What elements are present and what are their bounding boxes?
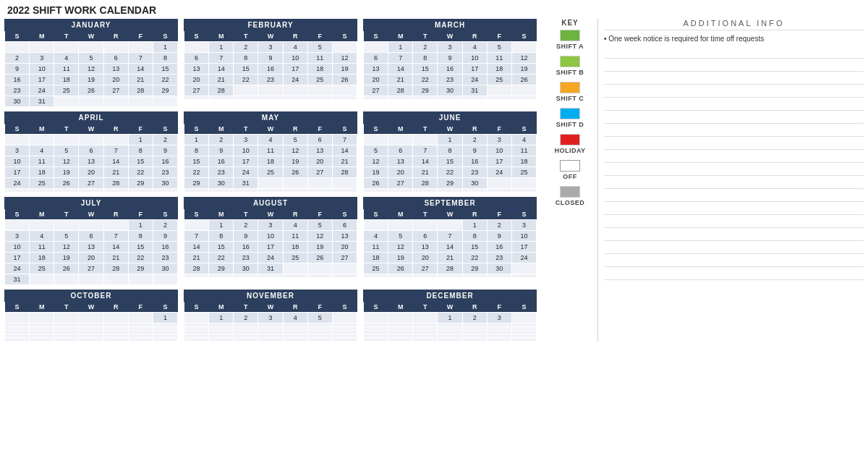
calendar-day: 4: [364, 231, 388, 242]
calendar-day: [79, 220, 103, 231]
key-item: SHIFT C: [542, 82, 597, 102]
calendar-day: [364, 42, 388, 53]
calendar-day: 30: [209, 178, 234, 189]
calendar-day: [153, 96, 177, 107]
day-of-week-header: T: [413, 31, 438, 42]
calendar-table: SMTWRFS12345: [184, 302, 357, 342]
calendar-day: 4: [462, 42, 487, 53]
calendar-day: 25: [258, 167, 283, 178]
calendar-day: 24: [462, 75, 487, 85]
day-of-week-header: T: [54, 209, 79, 220]
day-of-week-header: M: [30, 209, 54, 220]
calendar-day: 16: [462, 156, 487, 167]
info-line: [604, 46, 864, 59]
key-label: SHIFT C: [556, 95, 584, 102]
calendar-header: SEPTEMBER: [363, 197, 537, 209]
calendar-day: 6: [79, 231, 103, 242]
calendar-day: [332, 178, 357, 189]
calendar-day: 29: [209, 263, 234, 274]
calendar-day: 28: [413, 178, 438, 189]
calendar-day: 14: [413, 156, 438, 167]
day-of-week-header: S: [153, 302, 177, 313]
calendar-day: 24: [283, 75, 307, 85]
calendar-day: 27: [307, 167, 332, 178]
calendar-day: 6: [103, 53, 128, 64]
calendar-day: 7: [103, 231, 128, 242]
calendar-day: 25: [30, 263, 54, 274]
key-label: SHIFT A: [556, 43, 584, 50]
calendar-day: 26: [283, 167, 307, 178]
calendar-day: [30, 274, 54, 285]
calendar-day: 11: [307, 53, 332, 64]
day-of-week-header: T: [234, 31, 258, 42]
calendar-day: [234, 274, 258, 278]
calendar-day: 13: [388, 156, 413, 167]
calendar-day: [209, 189, 234, 193]
calendar-day: 16: [258, 64, 283, 75]
day-of-week-header: R: [103, 31, 128, 42]
calendar-day: 3: [234, 135, 258, 145]
key-label: SHIFT B: [556, 69, 584, 76]
key-title: KEY: [542, 19, 597, 27]
calendar-day: 27: [364, 85, 388, 96]
calendar-day: 18: [307, 64, 332, 75]
calendar-june: JUNESMTWRFS12345678910111213141516171819…: [363, 111, 537, 193]
calendar-day: [487, 96, 511, 100]
key-section: KEY SHIFT ASHIFT BSHIFT CSHIFT DHOLIDAYO…: [540, 19, 597, 342]
calendar-day: 24: [487, 167, 511, 178]
day-of-week-header: S: [332, 31, 357, 42]
calendar-day: [413, 220, 438, 231]
calendar-day: [364, 189, 388, 193]
calendar-table: SMTWRFS123456789101112131415161718192021…: [184, 209, 357, 278]
calendar-table: SMTWRFS123456789101112131415161718192021…: [184, 31, 357, 100]
day-of-week-header: T: [413, 302, 438, 313]
calendar-day: 5: [79, 53, 103, 64]
calendar-table: SMTWRFS123456789101112131415161718192021…: [4, 31, 178, 107]
calendar-july: JULYSMTWRFS12345678910111213141516171819…: [4, 197, 178, 285]
calendar-day: [511, 96, 536, 100]
calendar-day: 7: [128, 53, 153, 64]
calendar-day: 6: [79, 145, 103, 156]
calendar-day: [5, 313, 30, 324]
calendar-day: [5, 189, 30, 193]
calendar-day: 22: [128, 167, 153, 178]
calendar-day: [184, 42, 209, 53]
calendar-day: [209, 338, 234, 342]
calendar-day: [184, 189, 209, 193]
day-of-week-header: R: [462, 209, 487, 220]
calendar-day: [5, 220, 30, 231]
calendar-day: 10: [5, 156, 30, 167]
calendar-day: 19: [79, 75, 103, 85]
calendar-day: [413, 96, 438, 100]
calendar-day: 14: [103, 156, 128, 167]
calendar-day: [258, 85, 283, 96]
calendar-day: 21: [438, 253, 462, 263]
calendar-day: 3: [5, 145, 30, 156]
calendar-day: 2: [153, 220, 177, 231]
calendar-day: 20: [103, 75, 128, 85]
day-of-week-header: S: [511, 209, 536, 220]
calendar-day: 11: [30, 156, 54, 167]
calendar-day: [184, 274, 209, 278]
calendar-day: 2: [462, 135, 487, 145]
info-line: [604, 150, 864, 163]
calendar-day: [258, 178, 283, 189]
calendar-day: [307, 85, 332, 96]
calendar-day: [103, 135, 128, 145]
calendar-day: [5, 338, 30, 342]
day-of-week-header: R: [462, 124, 487, 135]
calendar-day: 24: [258, 253, 283, 263]
calendar-day: [413, 274, 438, 278]
calendar-day: 22: [184, 167, 209, 178]
calendar-day: [79, 189, 103, 193]
calendar-header: MAY: [184, 111, 357, 124]
calendar-day: [438, 274, 462, 278]
calendar-day: [234, 189, 258, 193]
calendar-day: [438, 338, 462, 342]
additional-info-title: ADDITIONAL INFO: [604, 19, 864, 30]
calendar-day: [54, 135, 79, 145]
calendar-day: 15: [209, 242, 234, 253]
calendar-day: [103, 42, 128, 53]
calendar-day: 30: [153, 178, 177, 189]
calendar-day: 9: [234, 231, 258, 242]
